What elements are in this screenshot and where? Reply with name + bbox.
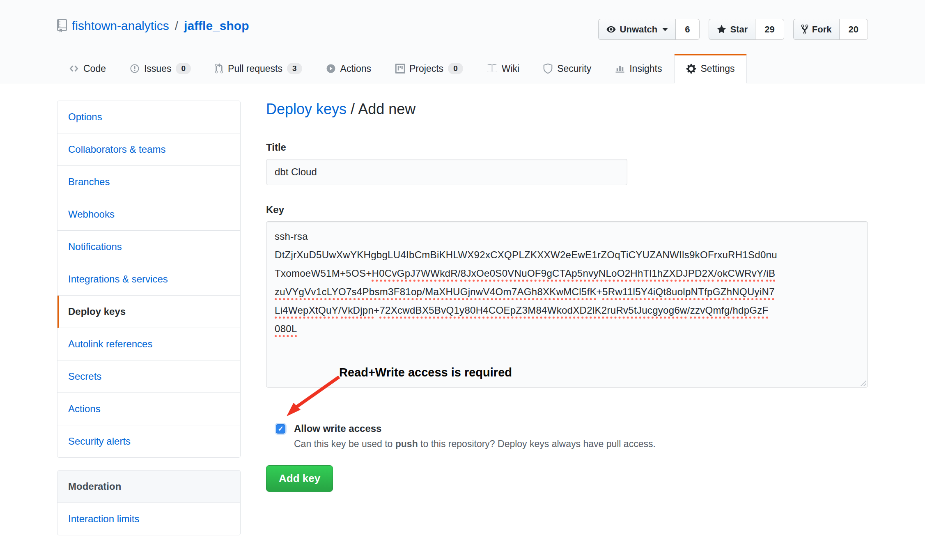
deploy-key-form: Deploy keys / Add new Title Key ssh-rsaD…	[266, 101, 868, 535]
sidebar-item-options[interactable]: Options	[57, 101, 240, 133]
title-label: Title	[266, 142, 868, 153]
note-push: push	[395, 438, 418, 449]
pull-requests-counter: 3	[287, 63, 302, 74]
allow-write-access-label[interactable]: Allow write access	[294, 423, 381, 434]
fork-label: Fork	[812, 24, 832, 35]
project-board-icon	[395, 64, 405, 73]
wiki-book-icon	[487, 64, 497, 74]
textarea-resize-handle[interactable]	[859, 379, 866, 386]
fork-icon	[801, 24, 808, 35]
key-text-line: 080L	[275, 319, 859, 338]
key-label: Key	[266, 204, 868, 216]
repo-book-icon	[57, 19, 67, 32]
watch-group: Unwatch 6	[598, 19, 700, 40]
unwatch-button[interactable]: Unwatch	[598, 19, 676, 40]
code-icon	[69, 64, 79, 73]
sidebar-item-collaborators-teams[interactable]: Collaborators & teams	[57, 133, 240, 166]
breadcrumb-current: Add new	[358, 101, 415, 117]
sidebar-item-deploy-keys[interactable]: Deploy keys	[57, 296, 240, 328]
shield-icon	[543, 63, 553, 74]
breadcrumb-separator: /	[347, 101, 358, 117]
key-text-line: Li4WepXtQuY/VkDjpn+72XcwdBX5BvQ1y80H4COE…	[275, 301, 859, 319]
tab-issues[interactable]: Issues 0	[118, 54, 203, 83]
page-title: Deploy keys / Add new	[266, 101, 868, 118]
repo-owner-link[interactable]: fishtown-analytics	[72, 19, 169, 33]
tab-insights[interactable]: Insights	[603, 54, 674, 83]
allow-write-access-row: ✓ Allow write access	[266, 423, 868, 434]
tab-label: Security	[557, 63, 591, 74]
tab-label: Projects	[409, 63, 443, 74]
tab-label: Settings	[701, 63, 735, 74]
key-field-group: Key ssh-rsaDtZjrXuD5UwXwYKHgbgLU4IbCmBiK…	[266, 204, 868, 388]
title-input[interactable]	[266, 159, 627, 185]
actions-play-icon	[326, 64, 336, 73]
sidebar-item-actions[interactable]: Actions	[57, 393, 240, 425]
repo-separator: /	[174, 19, 179, 33]
sidebar-item-webhooks[interactable]: Webhooks	[57, 198, 240, 231]
tab-label: Issues	[144, 63, 171, 74]
star-button[interactable]: Star	[709, 19, 756, 40]
stars-count[interactable]: 29	[755, 19, 784, 40]
moderation-heading: Moderation	[57, 470, 240, 503]
tab-wiki[interactable]: Wiki	[475, 54, 531, 83]
key-text-line: zuVYgVv1cLYO7s4Pbsm3F81op/MaXHUGjnwV4Om7…	[275, 282, 859, 301]
deploy-key-textarea[interactable]: ssh-rsaDtZjrXuD5UwXwYKHgbgLU4IbCmBiKHLWX…	[266, 221, 868, 388]
tab-pull-requests[interactable]: Pull requests 3	[203, 54, 314, 83]
key-text-line: TxomoeW51M+5OS+H0CvGpJ7WWkdR/8JxOe0S0VNu…	[275, 264, 859, 282]
tab-security[interactable]: Security	[531, 54, 603, 83]
tab-label: Pull requests	[228, 63, 282, 74]
repo-social-actions: Unwatch 6 Star 29	[598, 19, 868, 40]
unwatch-label: Unwatch	[620, 24, 658, 35]
sidebar-item-autolink-references[interactable]: Autolink references	[57, 328, 240, 360]
pull-request-icon	[215, 63, 223, 74]
note-prefix: Can this key be used to	[294, 438, 395, 449]
add-key-button[interactable]: Add key	[266, 465, 333, 492]
tab-label: Code	[83, 63, 106, 74]
settings-sidebar: OptionsCollaborators & teamsBranchesWebh…	[57, 101, 241, 535]
star-label: Star	[730, 24, 748, 35]
repo-name-link[interactable]: jaffle_shop	[184, 19, 249, 33]
sidebar-item-interaction-limits[interactable]: Interaction limits	[57, 503, 240, 535]
forks-count[interactable]: 20	[840, 19, 868, 40]
watchers-count[interactable]: 6	[676, 19, 699, 40]
caret-down-icon	[662, 28, 668, 31]
fork-button[interactable]: Fork	[793, 19, 840, 40]
key-text-line: ssh-rsa	[275, 227, 859, 246]
breadcrumb-deploy-keys-link[interactable]: Deploy keys	[266, 101, 347, 117]
sidebar-item-security-alerts[interactable]: Security alerts	[57, 425, 240, 457]
projects-counter: 0	[448, 63, 463, 74]
graph-icon	[615, 64, 625, 73]
tab-label: Actions	[340, 63, 371, 74]
sidebar-item-secrets[interactable]: Secrets	[57, 360, 240, 393]
note-suffix: to this repository? Deploy keys always h…	[418, 438, 656, 449]
issues-counter: 0	[176, 63, 191, 74]
sidebar-item-notifications[interactable]: Notifications	[57, 231, 240, 263]
tab-projects[interactable]: Projects 0	[383, 54, 475, 83]
tab-settings[interactable]: Settings	[674, 54, 747, 83]
eye-icon	[606, 24, 616, 34]
key-text-line: DtZjrXuD5UwXwYKHgbgLU4IbCmBiKHLWX92xCXQP…	[275, 246, 859, 264]
settings-menu: OptionsCollaborators & teamsBranchesWebh…	[57, 101, 241, 458]
repo-tab-bar: Code Issues 0 Pull requests 3	[57, 54, 868, 83]
tab-actions[interactable]: Actions	[314, 54, 383, 83]
star-icon	[716, 24, 727, 34]
sidebar-item-branches[interactable]: Branches	[57, 166, 240, 198]
allow-write-access-checkbox[interactable]: ✓	[276, 424, 285, 434]
tab-code[interactable]: Code	[57, 54, 118, 83]
repo-header: fishtown-analytics / jaffle_shop Unwatch	[0, 0, 925, 83]
fork-group: Fork 20	[793, 19, 868, 40]
gear-icon	[686, 63, 696, 74]
sidebar-item-integrations-services[interactable]: Integrations & services	[57, 263, 240, 296]
title-field-group: Title	[266, 142, 868, 185]
github-repo-settings-page: fishtown-analytics / jaffle_shop Unwatch	[0, 0, 925, 535]
tab-label: Insights	[629, 63, 662, 74]
checkbox-help-text: Can this key be used to push to this rep…	[294, 438, 868, 450]
tab-label: Wiki	[502, 63, 519, 74]
repo-title: fishtown-analytics / jaffle_shop	[57, 19, 249, 33]
moderation-menu: Moderation Interaction limits	[57, 470, 241, 535]
issue-icon	[130, 64, 140, 73]
star-group: Star 29	[709, 19, 784, 40]
